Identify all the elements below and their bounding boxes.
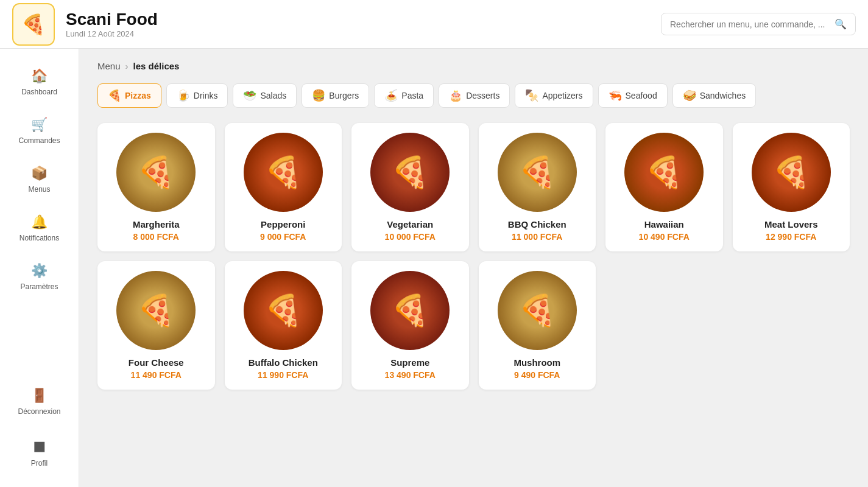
breadcrumb-current: les délices bbox=[133, 61, 180, 71]
pizza-grid-row2: 🍕 Four Cheese 11 490 FCFA 🍕 Buffalo Chic… bbox=[97, 261, 850, 390]
parametres-icon: ⚙️ bbox=[31, 263, 48, 279]
search-icon: 🔍 bbox=[834, 18, 847, 30]
sidebar: 🏠 Dashboard 🛒 Commandes 📦 Menus 🔔 Notifi… bbox=[0, 49, 79, 487]
sandwiches-icon: 🥪 bbox=[683, 89, 696, 102]
salads-icon: 🥗 bbox=[243, 89, 256, 102]
pizza-card-four-cheese[interactable]: 🍕 Four Cheese 11 490 FCFA bbox=[97, 261, 215, 390]
sidebar-item-profil[interactable]: ◼ Profil bbox=[0, 429, 79, 475]
pizzas-icon: 🍕 bbox=[108, 89, 121, 102]
pizza-price-bbq-chicken: 11 000 FCFA bbox=[512, 232, 562, 242]
sidebar-label-dashboard: Dashboard bbox=[21, 88, 57, 96]
sidebar-item-deconnexion[interactable]: 🚪 Déconnexion bbox=[0, 380, 79, 423]
pizza-card-buffalo-chicken[interactable]: 🍕 Buffalo Chicken 11 990 FCFA bbox=[225, 261, 342, 390]
category-tab-burgers[interactable]: 🍔 Burgers bbox=[302, 83, 369, 108]
pizza-image-meat-lovers: 🍕 bbox=[752, 133, 831, 212]
pizza-image-pepperoni: 🍕 bbox=[244, 133, 323, 212]
app-title: Scani Food bbox=[66, 10, 661, 29]
pizza-card-meat-lovers[interactable]: 🍕 Meat Lovers 12 990 FCFA bbox=[733, 123, 850, 251]
pizza-price-hawaiian: 10 490 FCFA bbox=[639, 232, 690, 242]
logo-icon: 🍕 bbox=[21, 13, 46, 36]
pizzas-label: Pizzas bbox=[125, 91, 151, 100]
pizza-card-pepperoni[interactable]: 🍕 Pepperoni 9 000 FCFA bbox=[225, 123, 342, 251]
pizza-card-vegetarian[interactable]: 🍕 Vegetarian 10 000 FCFA bbox=[351, 123, 469, 251]
logo: 🍕 bbox=[12, 3, 55, 46]
app-date: Lundi 12 Août 2024 bbox=[66, 29, 661, 38]
category-tab-pasta[interactable]: 🍝 Pasta bbox=[374, 83, 434, 108]
seafood-label: Seafood bbox=[626, 91, 657, 100]
pizza-card-bbq-chicken[interactable]: 🍕 BBQ Chicken 11 000 FCFA bbox=[479, 123, 596, 251]
dashboard-icon: 🏠 bbox=[31, 68, 48, 84]
pizza-name-hawaiian: Hawaiian bbox=[644, 219, 684, 229]
pizza-price-vegetarian: 10 000 FCFA bbox=[385, 232, 436, 242]
pizza-name-mushroom: Mushroom bbox=[513, 357, 560, 368]
sidebar-label-deconnexion: Déconnexion bbox=[18, 407, 60, 416]
sidebar-label-profil: Profil bbox=[31, 459, 48, 468]
pizza-image-vegetarian: 🍕 bbox=[370, 133, 450, 212]
breadcrumb-menu[interactable]: Menu bbox=[97, 61, 121, 71]
pizza-price-four-cheese: 11 490 FCFA bbox=[131, 370, 182, 380]
category-tab-drinks[interactable]: 🍺 Drinks bbox=[166, 83, 228, 108]
category-tabs: 🍕 Pizzas 🍺 Drinks 🥗 Salads 🍔 Burgers 🍝 P… bbox=[97, 83, 850, 108]
pizza-price-meat-lovers: 12 990 FCFA bbox=[766, 232, 816, 242]
sidebar-item-parametres[interactable]: ⚙️ Paramètres bbox=[0, 256, 79, 298]
drinks-label: Drinks bbox=[194, 91, 218, 100]
pasta-icon: 🍝 bbox=[384, 89, 398, 102]
profil-icon: ◼ bbox=[33, 436, 46, 455]
deconnexion-icon: 🚪 bbox=[31, 388, 48, 404]
sidebar-label-notifications: Notifications bbox=[19, 234, 59, 242]
burgers-icon: 🍔 bbox=[312, 89, 325, 102]
sidebar-item-menus[interactable]: 📦 Menus bbox=[0, 158, 79, 201]
pizza-name-vegetarian: Vegetarian bbox=[387, 219, 433, 229]
category-tab-appetizers[interactable]: 🍢 Appetizers bbox=[515, 83, 593, 108]
pizza-image-bbq-chicken: 🍕 bbox=[498, 133, 577, 212]
category-tab-pizzas[interactable]: 🍕 Pizzas bbox=[97, 83, 161, 108]
seafood-icon: 🦐 bbox=[609, 89, 622, 102]
pizza-price-mushroom: 9 490 FCFA bbox=[514, 370, 560, 380]
pizza-name-pepperoni: Pepperoni bbox=[261, 219, 305, 229]
salads-label: Salads bbox=[260, 91, 286, 100]
category-tab-salads[interactable]: 🥗 Salads bbox=[233, 83, 297, 108]
pizza-grid-row1: 🍕 Margherita 8 000 FCFA 🍕 Pepperoni 9 00… bbox=[97, 123, 850, 251]
breadcrumb-separator: › bbox=[125, 61, 129, 71]
pizza-price-supreme: 13 490 FCFA bbox=[385, 370, 436, 380]
drinks-icon: 🍺 bbox=[177, 89, 190, 102]
pizza-image-buffalo-chicken: 🍕 bbox=[244, 271, 323, 350]
sidebar-label-commandes: Commandes bbox=[18, 136, 60, 145]
pizza-name-meat-lovers: Meat Lovers bbox=[764, 219, 818, 229]
header: 🍕 Scani Food Lundi 12 Août 2024 🔍 bbox=[0, 0, 868, 49]
sidebar-item-commandes[interactable]: 🛒 Commandes bbox=[0, 110, 79, 152]
pizza-name-buffalo-chicken: Buffalo Chicken bbox=[249, 357, 318, 368]
pizza-price-margherita: 8 000 FCFA bbox=[133, 232, 179, 242]
desserts-icon: 🎂 bbox=[449, 89, 462, 102]
breadcrumb: Menu › les délices bbox=[97, 61, 850, 71]
pizza-name-margherita: Margherita bbox=[133, 219, 180, 229]
category-tab-desserts[interactable]: 🎂 Desserts bbox=[439, 83, 510, 108]
pizza-price-buffalo-chicken: 11 990 FCFA bbox=[258, 370, 308, 380]
notifications-icon: 🔔 bbox=[31, 214, 48, 230]
pizza-image-supreme: 🍕 bbox=[370, 271, 450, 350]
pizza-name-supreme: Supreme bbox=[390, 357, 429, 368]
pizza-image-margherita: 🍕 bbox=[116, 133, 196, 212]
pizza-image-mushroom: 🍕 bbox=[498, 271, 577, 350]
pasta-label: Pasta bbox=[401, 91, 423, 100]
pizza-card-mushroom[interactable]: 🍕 Mushroom 9 490 FCFA bbox=[479, 261, 596, 390]
pizza-card-margherita[interactable]: 🍕 Margherita 8 000 FCFA bbox=[97, 123, 215, 251]
category-tab-seafood[interactable]: 🦐 Seafood bbox=[598, 83, 668, 108]
search-bar[interactable]: 🔍 bbox=[661, 13, 856, 35]
sidebar-item-notifications[interactable]: 🔔 Notifications bbox=[0, 207, 79, 250]
pizza-card-hawaiian[interactable]: 🍕 Hawaiian 10 490 FCFA bbox=[605, 123, 723, 251]
appetizers-icon: 🍢 bbox=[525, 89, 538, 102]
desserts-label: Desserts bbox=[466, 91, 499, 100]
commandes-icon: 🛒 bbox=[31, 117, 48, 133]
header-title: Scani Food Lundi 12 Août 2024 bbox=[66, 10, 661, 38]
sidebar-label-menus: Menus bbox=[28, 185, 50, 194]
pizza-image-hawaiian: 🍕 bbox=[624, 133, 704, 212]
sidebar-item-dashboard[interactable]: 🏠 Dashboard bbox=[0, 61, 79, 103]
search-input[interactable] bbox=[670, 19, 834, 29]
pizza-name-bbq-chicken: BBQ Chicken bbox=[508, 219, 566, 229]
pizza-card-supreme[interactable]: 🍕 Supreme 13 490 FCFA bbox=[351, 261, 469, 390]
layout: 🏠 Dashboard 🛒 Commandes 📦 Menus 🔔 Notifi… bbox=[0, 49, 868, 487]
category-tab-sandwiches[interactable]: 🥪 Sandwiches bbox=[672, 83, 757, 108]
menus-icon: 📦 bbox=[31, 166, 48, 181]
main-content: Menu › les délices 🍕 Pizzas 🍺 Drinks 🥗 S… bbox=[79, 49, 868, 487]
